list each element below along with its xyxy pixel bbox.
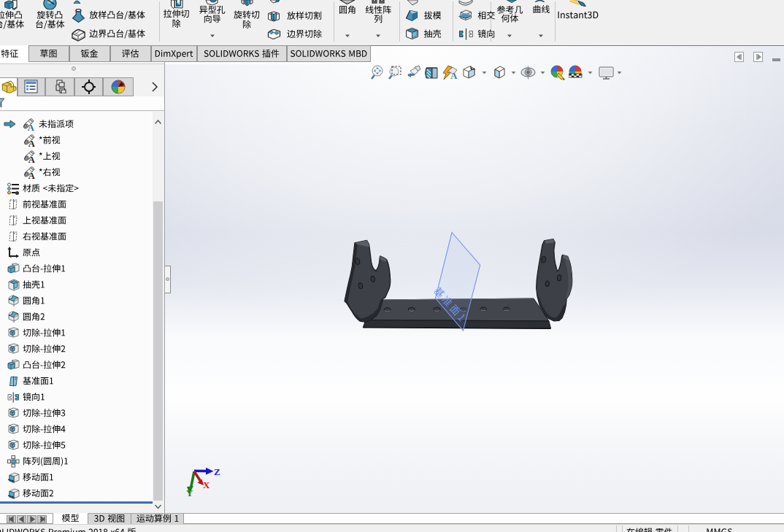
svg-text:A: A (28, 170, 35, 178)
svg-text:Z: Z (214, 466, 220, 477)
svg-text:A: A (28, 122, 34, 130)
svg-text:A: A (450, 70, 458, 80)
svg-text:A: A (28, 154, 35, 162)
svg-text:X: X (203, 479, 210, 490)
svg-text:A: A (28, 138, 35, 146)
svg-text:Y: Y (186, 487, 193, 498)
